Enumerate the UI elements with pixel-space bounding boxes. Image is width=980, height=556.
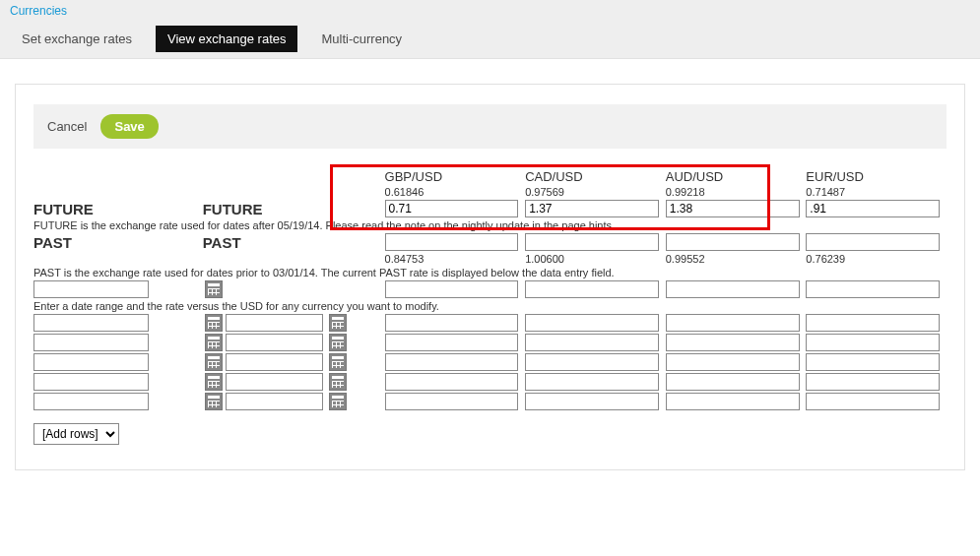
past-rate-eurusd: 0.76239 [806,252,947,266]
date-start-5[interactable] [33,373,149,391]
range-input-gbpusd-2[interactable] [385,314,519,332]
breadcrumb: Currencies [10,0,970,18]
pair-label-audusd: AUD/USD [666,168,807,185]
current-rate-cadusd: 0.97569 [525,185,666,199]
range-input-gbpusd-3[interactable] [385,334,519,351]
past-rate-gbpusd: 0.84753 [385,252,526,266]
range-input-cadusd-6[interactable] [525,393,659,410]
tab-multi-currency[interactable]: Multi-currency [309,26,414,52]
calendar-icon[interactable] [329,393,347,410]
pair-label-gbpusd: GBP/USD [385,168,526,185]
range-input-eurusd-6[interactable] [806,393,940,410]
current-rate-gbpusd: 0.61846 [385,185,526,199]
date-start-3[interactable] [33,334,149,351]
calendar-icon[interactable] [329,334,347,351]
range-input-audusd-2[interactable] [666,314,800,332]
future-label-1: FUTURE [33,199,203,218]
range-input-eurusd-2[interactable] [806,314,940,332]
breadcrumb-currencies-link[interactable]: Currencies [10,4,67,18]
pair-label-eurusd: EUR/USD [806,168,947,185]
date-start-1[interactable] [33,280,149,298]
date-start-2[interactable] [33,314,149,332]
main-panel: Cancel Save GBP/USD CAD/USD AUD/USD EUR/… [15,84,965,470]
date-end-4[interactable] [226,353,323,371]
future-input-audusd[interactable] [666,200,800,217]
range-input-cadusd-5[interactable] [525,373,659,391]
tabs: Set exchange rates View exchange rates M… [10,26,970,52]
range-input-cadusd-2[interactable] [525,314,659,332]
range-input-audusd-5[interactable] [666,373,800,391]
calendar-icon[interactable] [205,353,223,371]
range-input-gbpusd-6[interactable] [385,393,519,410]
future-label-2: FUTURE [203,199,385,218]
date-end-5[interactable] [226,373,323,391]
future-input-gbpusd[interactable] [385,200,519,217]
range-input-eurusd-5[interactable] [806,373,940,391]
calendar-icon[interactable] [205,314,223,332]
range-input-cadusd-4[interactable] [525,353,659,371]
add-rows-select[interactable]: [Add rows] [33,423,119,445]
range-input-audusd-4[interactable] [666,353,800,371]
current-rate-eurusd: 0.71487 [806,185,947,199]
range-input-cadusd-3[interactable] [525,334,659,351]
calendar-icon[interactable] [329,373,347,391]
tab-set-exchange-rates[interactable]: Set exchange rates [10,26,144,52]
calendar-icon[interactable] [205,334,223,351]
calendar-icon[interactable] [329,314,347,332]
past-label-2: PAST [203,232,385,252]
calendar-icon[interactable] [205,393,223,410]
rates-table: GBP/USD CAD/USD AUD/USD EUR/USD 0.61846 … [33,168,947,411]
range-input-gbpusd-1[interactable] [385,280,519,298]
range-input-eurusd-4[interactable] [806,353,940,371]
range-input-audusd-3[interactable] [666,334,800,351]
range-input-gbpusd-5[interactable] [385,373,519,391]
cancel-button[interactable]: Cancel [47,119,87,134]
past-label-1: PAST [33,232,203,252]
past-input-eurusd[interactable] [806,233,940,251]
date-start-4[interactable] [33,353,149,371]
tab-view-exchange-rates[interactable]: View exchange rates [156,26,297,52]
date-end-2[interactable] [226,314,323,332]
past-input-audusd[interactable] [666,233,800,251]
range-input-audusd-1[interactable] [666,280,800,298]
current-rate-audusd: 0.99218 [666,185,807,199]
save-button[interactable]: Save [100,114,158,139]
future-input-eurusd[interactable] [806,200,940,217]
past-input-cadusd[interactable] [525,233,659,251]
range-hint: Enter a date range and the rate versus t… [33,299,947,313]
calendar-icon[interactable] [205,280,223,298]
range-input-audusd-6[interactable] [666,393,800,410]
range-input-cadusd-1[interactable] [525,280,659,298]
date-end-6[interactable] [226,393,323,410]
pair-label-cadusd: CAD/USD [525,168,666,185]
calendar-icon[interactable] [329,353,347,371]
range-input-eurusd-1[interactable] [806,280,940,298]
calendar-icon[interactable] [205,373,223,391]
action-bar: Cancel Save [33,104,947,149]
date-end-3[interactable] [226,334,323,351]
future-input-cadusd[interactable] [525,200,659,217]
past-rate-cadusd: 1.00600 [525,252,666,266]
range-input-gbpusd-4[interactable] [385,353,519,371]
past-rate-audusd: 0.99552 [666,252,807,266]
date-start-6[interactable] [33,393,149,410]
range-input-eurusd-3[interactable] [806,334,940,351]
past-hint: PAST is the exchange rate used for dates… [33,266,947,279]
past-input-gbpusd[interactable] [385,233,519,251]
future-hint: FUTURE is the exchange rate used for dat… [33,218,947,232]
